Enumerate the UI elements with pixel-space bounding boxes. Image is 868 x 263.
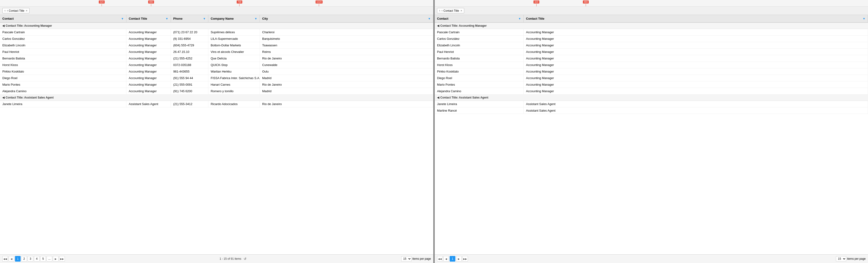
filter-tag-arrow-2: ↑ xyxy=(439,9,440,12)
table-row[interactable]: Alejandra CaminoAccounting Manager(91) 7… xyxy=(0,88,433,95)
ruler-badge: 1024 xyxy=(315,0,322,3)
table-cell: Ricardo Adocicados xyxy=(208,101,260,107)
page-last-btn[interactable]: ▶▶ xyxy=(462,256,468,262)
table-cell: Janete Limeira xyxy=(435,101,524,107)
page-first-btn[interactable]: ◀◀ xyxy=(2,256,8,262)
group-header-0[interactable]: ◀Contact Title: Accounting Manager xyxy=(0,23,433,29)
page-btn-1[interactable]: 1 xyxy=(450,256,455,262)
page-next-btn[interactable]: ▶ xyxy=(53,256,59,262)
table-cell: 981-443655 xyxy=(171,68,208,75)
page-btn-2[interactable]: 2 xyxy=(21,256,27,262)
table-cell: 26.47.15.10 xyxy=(171,49,208,55)
filter-icon-phone-1[interactable]: ▼ xyxy=(203,17,206,20)
table-row[interactable]: Pirkko KoskitaloAccounting Manager xyxy=(435,68,868,75)
page-btn-1[interactable]: 1 xyxy=(15,256,21,262)
table-row[interactable]: Diego RoelAccounting Manager(91) 555 94 … xyxy=(0,75,433,81)
table-row[interactable]: Carlos GonzálezAccounting Manager(9) 331… xyxy=(0,36,433,42)
table-cell: Assistant Sales Agent xyxy=(524,107,868,114)
filter-icon-contact-1[interactable]: ▼ xyxy=(121,17,124,20)
table-cell: Accounting Manager xyxy=(524,62,868,68)
table-row[interactable]: Horst KlossAccounting Manager0372-035188… xyxy=(0,62,433,68)
collapse-icon: ◀ xyxy=(437,96,439,99)
filter-icon-contact-2[interactable]: ▼ xyxy=(518,17,521,20)
table-cell: Accounting Manager xyxy=(524,68,868,75)
table-cell: Hanari Carnes xyxy=(208,81,260,88)
filter-tag-1[interactable]: ↑ ↑ Contact Title × xyxy=(2,8,30,13)
table-cell: Accounting Manager xyxy=(524,36,868,42)
table-cell: Elizabeth Lincoln xyxy=(0,42,126,48)
table-cell: Horst Kloss xyxy=(435,62,524,68)
refresh-icon-1[interactable]: ↺ xyxy=(244,257,247,261)
items-per-page-select-1[interactable]: 15 25 50 xyxy=(401,256,411,261)
table-cell: Que Delícia xyxy=(208,55,260,62)
table-row[interactable]: Martine RancéAssistant Sales Agent xyxy=(435,107,868,114)
header-contact-1[interactable]: Contact ▼ xyxy=(0,15,126,22)
header-title-2[interactable]: Contact Title ▼ xyxy=(524,15,868,22)
table-cell: Reims xyxy=(260,49,433,55)
table-cell: (21) 555-4252 xyxy=(171,55,208,62)
table-row[interactable]: Pirkko KoskitaloAccounting Manager981-44… xyxy=(0,68,433,75)
table-cell: Pirkko Koskitalo xyxy=(0,68,126,75)
table-row[interactable]: Elizabeth LincolnAccounting Manager xyxy=(435,42,868,49)
filter-icon-city-1[interactable]: ▼ xyxy=(428,17,431,20)
page-btn-4[interactable]: 4 xyxy=(34,256,39,262)
table-cell: Alejandra Camino xyxy=(0,88,126,94)
table-row[interactable]: Bernardo BatistaAccounting Manager xyxy=(435,55,868,62)
filter-tag-close-2[interactable]: × xyxy=(461,9,462,12)
table-row[interactable]: Diego RoelAccounting Manager xyxy=(435,75,868,81)
table-row[interactable]: Paul HenriotAccounting Manager26.47.15.1… xyxy=(0,49,433,55)
table-cell: Pascale Cartrain xyxy=(0,29,126,35)
page-prev-btn[interactable]: ◀ xyxy=(443,256,449,262)
filter-tag-2[interactable]: ↑ ↑ Contact Title × xyxy=(437,8,464,13)
group-header-1[interactable]: ◀Contact Title: Assistant Sales Agent xyxy=(0,95,433,101)
footer-bar-2: ◀◀◀1▶▶▶ 15 25 50 items per page xyxy=(435,254,868,263)
table-row[interactable]: Carlos GonzálezAccounting Manager xyxy=(435,36,868,42)
grid-body-2: ◀Contact Title: Accounting ManagerPascal… xyxy=(435,23,868,254)
header-phone-1[interactable]: Phone ▼ xyxy=(171,15,208,22)
table-row[interactable]: Mario PontesAccounting Manager(21) 555-0… xyxy=(0,81,433,88)
table-row[interactable]: Pascale CartrainAccounting Manager(071) … xyxy=(0,29,433,36)
table-row[interactable]: Paul HenriotAccounting Manager xyxy=(435,49,868,55)
table-cell: Elizabeth Lincoln xyxy=(435,42,524,48)
header-company-1[interactable]: Company Name ▼ xyxy=(208,15,260,22)
group-header-1[interactable]: ◀Contact Title: Assistant Sales Agent xyxy=(435,95,868,101)
page-btn-3[interactable]: 3 xyxy=(28,256,33,262)
ruler-panel1: 320 480 768 1024 xyxy=(0,0,433,6)
group-title: Contact Title: Accounting Manager xyxy=(6,24,52,27)
filter-icon-company-1[interactable]: ▼ xyxy=(254,17,257,20)
ruler-marker-320: 320 xyxy=(99,0,105,6)
grid-header-2: Contact ▼ Contact Title ▼ xyxy=(435,15,868,23)
table-row[interactable]: Pascale CartrainAccounting Manager xyxy=(435,29,868,36)
page-btn-...[interactable]: ... xyxy=(46,256,52,262)
table-cell: Accounting Manager xyxy=(126,62,171,68)
table-cell: Accounting Manager xyxy=(126,88,171,94)
table-cell: Accounting Manager xyxy=(126,81,171,88)
filter-tag-close-1[interactable]: × xyxy=(26,9,28,12)
page-first-btn[interactable]: ◀◀ xyxy=(437,256,443,262)
table-row[interactable]: Horst KlossAccounting Manager xyxy=(435,62,868,68)
page-btn-5[interactable]: 5 xyxy=(40,256,46,262)
table-row[interactable]: Alejandra CaminoAccounting Manager xyxy=(435,88,868,95)
table-row[interactable]: Bernardo BatistaAccounting Manager(21) 5… xyxy=(0,55,433,62)
header-contact-2[interactable]: Contact ▼ xyxy=(435,15,524,22)
table-row[interactable]: Mario PontesAccounting Manager xyxy=(435,81,868,88)
table-row[interactable]: Janete LimeiraAssistant Sales Agent xyxy=(435,101,868,107)
table-cell: Carlos González xyxy=(435,36,524,42)
header-title-1[interactable]: Contact Title ▼ xyxy=(126,15,171,22)
table-cell: Vins et alcools Chevalier xyxy=(208,49,260,55)
page-prev-btn[interactable]: ◀ xyxy=(9,256,14,262)
table-cell: Pirkko Koskitalo xyxy=(435,68,524,75)
table-row[interactable]: Elizabeth LincolnAccounting Manager(604)… xyxy=(0,42,433,49)
filter-icon-title-1[interactable]: ▼ xyxy=(165,17,168,20)
table-row[interactable]: Janete LimeiraAssistant Sales Agent(21) … xyxy=(0,101,433,107)
pagination-2: ◀◀◀1▶▶▶ xyxy=(437,256,468,262)
page-last-btn[interactable]: ▶▶ xyxy=(59,256,65,262)
group-header-0[interactable]: ◀Contact Title: Accounting Manager xyxy=(435,23,868,29)
filter-icon-title-2[interactable]: ▼ xyxy=(863,17,865,20)
items-per-page-select-2[interactable]: 15 25 50 xyxy=(836,256,846,261)
table-cell: Bernardo Batista xyxy=(435,55,524,62)
page-next-btn[interactable]: ▶ xyxy=(456,256,462,262)
items-select-2: 15 25 50 items per page xyxy=(836,256,866,261)
header-city-1[interactable]: City ▼ xyxy=(260,15,433,22)
table-cell: Accounting Manager xyxy=(524,29,868,35)
